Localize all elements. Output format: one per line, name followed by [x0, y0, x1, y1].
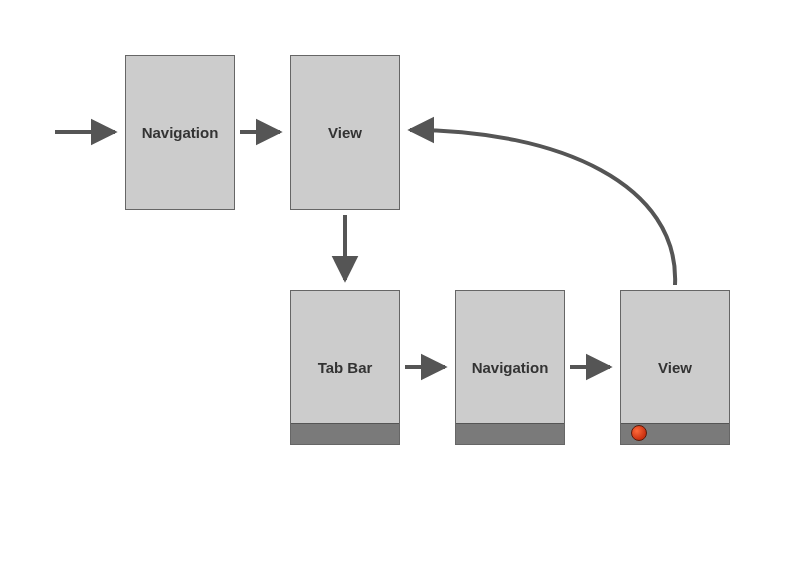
- tab-indicator-dot-icon: [631, 425, 647, 441]
- node-tab-bar: Tab Bar: [290, 290, 400, 445]
- arrow-view-bottom-back-to-view-top: [410, 130, 675, 285]
- tab-strip: [291, 423, 399, 444]
- arrows-layer: [0, 0, 800, 568]
- node-label: View: [328, 124, 362, 141]
- node-label: Tab Bar: [318, 359, 373, 376]
- tab-strip: [621, 423, 729, 444]
- node-view-top: View: [290, 55, 400, 210]
- node-label: View: [658, 359, 692, 376]
- node-view-bottom: View: [620, 290, 730, 445]
- tab-strip: [456, 423, 564, 444]
- node-label: Navigation: [142, 124, 219, 141]
- node-label: Navigation: [472, 359, 549, 376]
- node-navigation-top: Navigation: [125, 55, 235, 210]
- node-navigation-bottom: Navigation: [455, 290, 565, 445]
- diagram-canvas: Navigation View Tab Bar Navigation View: [0, 0, 800, 568]
